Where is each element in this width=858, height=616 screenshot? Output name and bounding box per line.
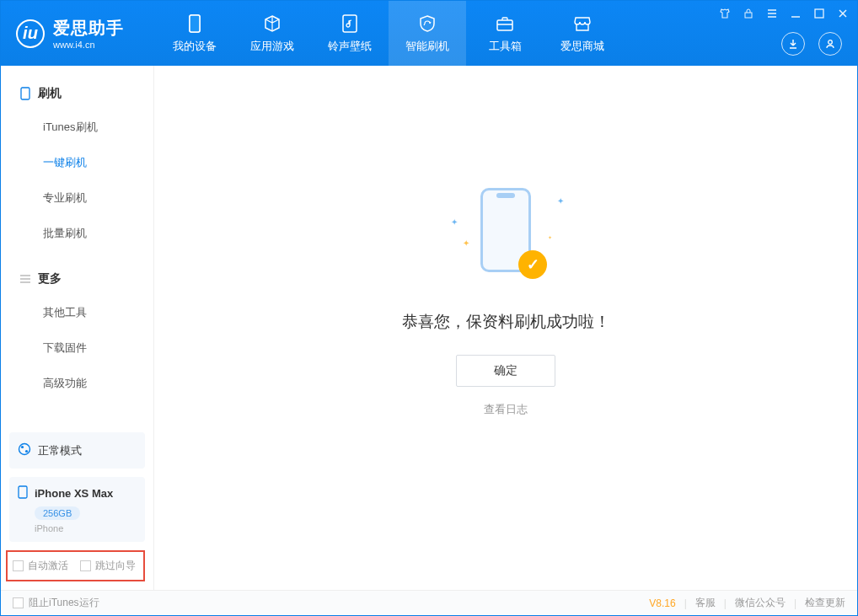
close-icon[interactable] [835, 6, 850, 21]
sidebar-bottom: 正常模式 iPhone XS Max 256GB iPhone 自动激活 跳过向… [1, 424, 153, 590]
check-skip-guide[interactable]: 跳过向导 [80, 559, 136, 573]
ok-button[interactable]: 确定 [456, 355, 555, 387]
sidebar-header-flash: 刷机 [1, 83, 153, 110]
header-right-icons [781, 32, 842, 56]
success-message: 恭喜您，保资料刷机成功啦！ [402, 311, 610, 333]
sparkle-icon: ✦ [557, 196, 564, 206]
view-log-link[interactable]: 查看日志 [484, 402, 528, 417]
success-graphic: ✦ ✦ ✦ ✦ ✓ [468, 188, 544, 281]
phone-icon [185, 13, 205, 34]
svg-rect-6 [815, 9, 823, 18]
footer-support-link[interactable]: 客服 [695, 596, 716, 610]
lock-icon[interactable] [741, 6, 756, 21]
device-storage-badge: 256GB [35, 506, 80, 520]
separator: | [724, 597, 727, 609]
download-icon[interactable] [781, 32, 805, 56]
sidebar-header-more: 更多 [1, 268, 153, 295]
nav-tab-toolbox[interactable]: 工具箱 [466, 1, 544, 66]
menu-icon[interactable] [764, 6, 780, 21]
user-icon[interactable] [818, 32, 842, 56]
maximize-icon[interactable] [812, 6, 827, 21]
sparkle-icon: ✦ [548, 234, 552, 240]
svg-point-9 [19, 444, 30, 455]
svg-point-7 [829, 40, 833, 45]
checkbox-icon [13, 597, 24, 608]
minimize-icon[interactable] [788, 6, 803, 21]
mode-label: 正常模式 [38, 443, 82, 458]
footer-block-itunes-label: 阻止iTunes运行 [29, 596, 99, 610]
shirt-icon[interactable] [717, 6, 732, 21]
check-auto-activate[interactable]: 自动激活 [13, 559, 68, 573]
nav-tab-label: 我的设备 [173, 39, 217, 54]
separator: | [684, 597, 687, 609]
app-title: 爱思助手 [53, 17, 124, 40]
checks-outlined: 自动激活 跳过向导 [6, 550, 145, 581]
nav-tab-ringtones[interactable]: 铃声壁纸 [311, 1, 389, 66]
list-icon [19, 273, 31, 285]
titlebar-controls [717, 6, 850, 21]
nav-tab-label: 铃声壁纸 [328, 39, 372, 54]
sidebar-section-title: 更多 [38, 271, 62, 287]
sidebar-item-download-firmware[interactable]: 下载固件 [1, 330, 153, 366]
app-header: iu 爱思助手 www.i4.cn 我的设备 应用游戏 铃声壁纸 智能刷机 工具… [1, 1, 857, 66]
checkmark-badge-icon: ✓ [518, 250, 547, 279]
footer-block-itunes[interactable]: 阻止iTunes运行 [13, 596, 99, 610]
version-label: V8.16 [649, 597, 675, 609]
check-label: 跳过向导 [95, 559, 136, 573]
separator: | [794, 597, 796, 609]
app-subtitle: www.i4.cn [53, 40, 124, 50]
logo-area: iu 爱思助手 www.i4.cn [1, 17, 139, 50]
svg-point-11 [25, 450, 28, 453]
cube-icon [262, 13, 282, 34]
device-type: iPhone [35, 523, 137, 533]
sidebar-item-oneclick-flash[interactable]: 一键刷机 [1, 145, 153, 180]
footer-wechat-link[interactable]: 微信公众号 [735, 596, 786, 610]
nav-tab-flash[interactable]: 智能刷机 [389, 1, 466, 66]
music-file-icon [340, 13, 360, 34]
sparkle-icon: ✦ [451, 217, 458, 227]
check-label: 自动激活 [28, 559, 68, 573]
mode-box[interactable]: 正常模式 [9, 432, 145, 469]
nav-tab-store[interactable]: 爱思商城 [544, 1, 621, 66]
nav-tab-label: 爱思商城 [560, 39, 604, 54]
sidebar-section-flash: 刷机 iTunes刷机 一键刷机 专业刷机 批量刷机 [1, 66, 153, 251]
briefcase-icon [495, 13, 515, 34]
svg-rect-12 [19, 486, 27, 498]
refresh-shield-icon [417, 13, 437, 34]
svg-point-10 [21, 446, 24, 448]
device-box[interactable]: iPhone XS Max 256GB iPhone [9, 477, 145, 542]
sidebar-item-pro-flash[interactable]: 专业刷机 [1, 180, 153, 216]
sidebar-section-title: 刷机 [38, 86, 62, 101]
nav-tab-label: 智能刷机 [405, 39, 449, 54]
sidebar: 刷机 iTunes刷机 一键刷机 专业刷机 批量刷机 更多 其他工具 下载固件 … [1, 66, 154, 590]
phone-notch-icon [496, 193, 515, 198]
device-name: iPhone XS Max [35, 487, 113, 500]
nav-tabs: 我的设备 应用游戏 铃声壁纸 智能刷机 工具箱 爱思商城 [156, 1, 621, 66]
nav-tab-label: 应用游戏 [250, 39, 294, 54]
sidebar-section-more: 更多 其他工具 下载固件 高级功能 [1, 251, 153, 401]
sidebar-item-batch-flash[interactable]: 批量刷机 [1, 216, 153, 251]
checkbox-icon [80, 560, 91, 571]
footer-right: V8.16 | 客服 | 微信公众号 | 检查更新 [649, 596, 845, 610]
logo-icon: iu [16, 19, 45, 48]
nav-tab-label: 工具箱 [489, 39, 522, 54]
sidebar-item-itunes-flash[interactable]: iTunes刷机 [1, 110, 153, 145]
device-top: iPhone XS Max [18, 485, 137, 501]
nav-tab-my-device[interactable]: 我的设备 [156, 1, 233, 66]
nav-tab-apps[interactable]: 应用游戏 [233, 1, 311, 66]
svg-rect-1 [190, 15, 200, 32]
body-area: 刷机 iTunes刷机 一键刷机 专业刷机 批量刷机 更多 其他工具 下载固件 … [1, 66, 857, 590]
svg-rect-8 [21, 88, 29, 99]
logo-text: 爱思助手 www.i4.cn [53, 17, 124, 50]
shop-icon [572, 13, 593, 34]
sidebar-item-other-tools[interactable]: 其他工具 [1, 295, 153, 330]
sparkle-icon: ✦ [463, 238, 469, 248]
device-phone-icon [18, 485, 28, 501]
footer-check-update-link[interactable]: 检查更新 [805, 596, 845, 610]
mode-icon [18, 442, 31, 458]
checkbox-icon [13, 560, 24, 571]
sidebar-item-advanced[interactable]: 高级功能 [1, 366, 153, 401]
svg-rect-4 [497, 20, 512, 30]
footer: 阻止iTunes运行 V8.16 | 客服 | 微信公众号 | 检查更新 [1, 590, 857, 615]
main-content: ✦ ✦ ✦ ✦ ✓ 恭喜您，保资料刷机成功啦！ 确定 查看日志 [154, 66, 857, 590]
